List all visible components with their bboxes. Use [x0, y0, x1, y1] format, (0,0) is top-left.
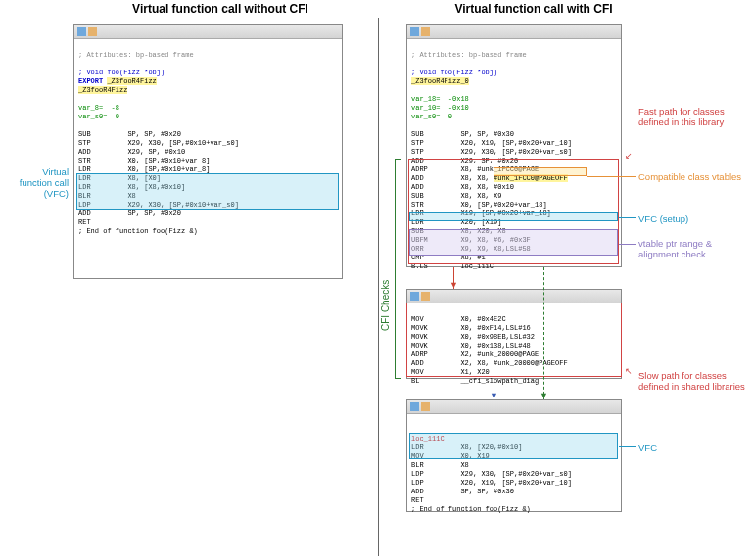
window-icon	[77, 27, 86, 36]
arrow-down-icon: ▼	[449, 281, 458, 290]
code-block: MOV X0, #0x4E2C MOVK X0, #0xF14,LSL#16 M…	[407, 303, 621, 397]
right-pane-3: loc_111C LDR X8, [X20,#0x10] MOV X0, X19…	[406, 399, 622, 512]
divider	[378, 18, 379, 556]
window-icon	[421, 402, 430, 411]
arrow-down-icon: ▼	[490, 392, 498, 400]
right-pane-2: MOV X0, #0x4E2C MOVK X0, #0xF14,LSL#16 M…	[406, 289, 622, 379]
window-icon	[410, 292, 419, 301]
titlebar	[74, 25, 342, 39]
cfi-bracket	[395, 159, 396, 379]
left-heading: Virtual function call without CFI	[98, 2, 343, 16]
arrow-to-slow: ↖	[625, 367, 633, 376]
code-block: ; Attributes: bp-based frame ; void foo(…	[407, 39, 621, 283]
fast-label: Fast path for classes defined in this li…	[638, 106, 746, 127]
titlebar	[407, 290, 621, 303]
titlebar	[407, 25, 621, 39]
arrow-to-fast: ↙	[625, 152, 633, 161]
window-icon	[421, 292, 430, 301]
range-label: vtable ptr range & alignment check	[638, 238, 746, 259]
vfc-label: Virtual function call (VFC)	[18, 166, 69, 199]
window-icon	[410, 27, 419, 36]
window-icon	[410, 402, 419, 411]
leader-orange	[588, 176, 636, 177]
leader-cyan	[619, 217, 636, 218]
compat-label: Compatible class vtables	[638, 171, 746, 182]
cfi-label: CFI Checks	[380, 280, 391, 331]
leader-purple	[619, 244, 636, 245]
setup-label: VFC (setup)	[638, 213, 688, 224]
code-block: ; Attributes: bp-based frame ; void foo(…	[74, 39, 342, 248]
code-block: loc_111C LDR X8, [X20,#0x10] MOV X0, X19…	[407, 414, 621, 526]
left-pane: ; Attributes: bp-based frame ; void foo(…	[73, 24, 343, 279]
window-icon	[88, 27, 97, 36]
titlebar	[407, 400, 621, 414]
conn-green	[543, 267, 544, 399]
right-heading: Virtual function call with CFI	[421, 2, 646, 16]
window-icon	[421, 27, 430, 36]
right-pane-1: ; Attributes: bp-based frame ; void foo(…	[406, 24, 622, 267]
slow-label: Slow path for classes defined in shared …	[638, 370, 746, 392]
leader-cyan2	[619, 446, 636, 447]
arrow-down-icon: ▼	[540, 392, 548, 400]
vfc-right-label: VFC	[638, 443, 657, 453]
